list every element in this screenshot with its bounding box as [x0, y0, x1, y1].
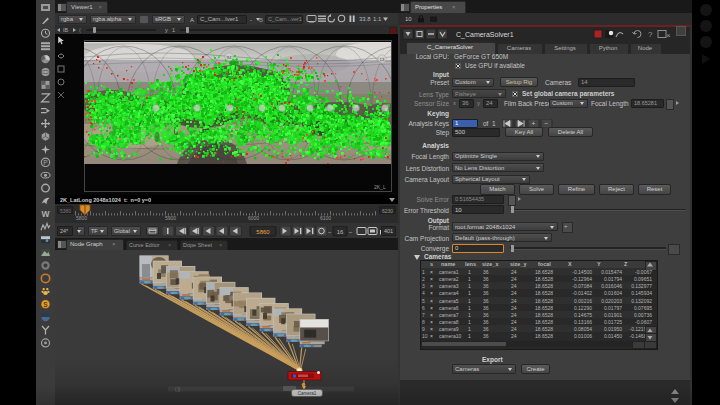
svg-text:Camera1: Camera1	[298, 391, 317, 396]
svg-text:S: S	[43, 301, 48, 308]
svg-text:P: P	[43, 159, 47, 166]
svg-text:( ||: ( ||	[175, 387, 180, 392]
svg-text:33.8: 33.8	[359, 16, 371, 22]
svg-text:1:1: 1:1	[373, 16, 382, 22]
svg-text:5860: 5860	[256, 229, 270, 235]
svg-text:?: ?	[648, 30, 653, 39]
svg-text:×: ×	[666, 31, 671, 40]
svg-text:−: −	[545, 119, 549, 126]
svg-text:94: 94	[227, 55, 232, 60]
svg-text:+: +	[532, 120, 536, 127]
svg-text:W: W	[41, 209, 50, 219]
